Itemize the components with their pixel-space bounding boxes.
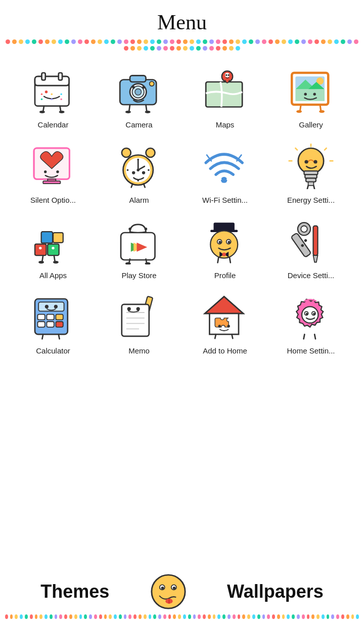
svg-point-45 — [313, 93, 316, 96]
svg-point-150 — [218, 325, 221, 327]
svg-rect-51 — [43, 181, 60, 184]
svg-point-14 — [39, 111, 45, 113]
svg-rect-133 — [47, 322, 54, 327]
menu-item-calendar[interactable]: Calendar — [10, 59, 96, 134]
svg-point-20 — [135, 89, 142, 96]
svg-point-67 — [221, 177, 228, 184]
menu-item-allapps[interactable]: All Apps — [10, 209, 96, 285]
svg-point-7 — [51, 94, 53, 96]
themes-button[interactable]: Themes — [40, 581, 109, 602]
menu-item-calculator[interactable]: Calculator — [10, 285, 96, 360]
addtohome-label: Add to Home — [203, 346, 247, 355]
svg-point-32 — [228, 74, 230, 76]
menu-item-silent[interactable]: Silent Optio... — [10, 134, 96, 209]
svg-line-149 — [232, 334, 233, 338]
svg-point-49 — [56, 170, 59, 173]
svg-line-12 — [43, 106, 44, 112]
svg-point-21 — [150, 81, 154, 86]
svg-point-127 — [45, 305, 49, 308]
svg-point-10 — [51, 98, 53, 100]
svg-point-162 — [161, 587, 164, 590]
svg-line-41 — [320, 105, 321, 111]
svg-point-94 — [38, 261, 44, 263]
menu-item-alarm[interactable]: Alarm — [96, 134, 182, 209]
maps-label: Maps — [216, 120, 235, 129]
svg-rect-132 — [37, 322, 44, 327]
svg-point-77 — [313, 160, 317, 163]
menu-grid: Calendar — [0, 54, 364, 365]
svg-point-44 — [304, 93, 307, 96]
svg-point-48 — [44, 170, 47, 173]
svg-rect-83 — [308, 182, 314, 186]
alarm-icon — [114, 141, 164, 192]
menu-item-playstore[interactable]: Play Store — [96, 209, 182, 285]
energy-label: Energy Setti... — [287, 196, 335, 204]
svg-point-70 — [219, 178, 222, 181]
svg-line-148 — [215, 334, 216, 338]
svg-point-53 — [146, 148, 155, 157]
menu-item-profile[interactable]: Profile — [182, 209, 268, 285]
svg-line-93 — [54, 255, 55, 261]
svg-rect-139 — [122, 304, 149, 336]
menu-item-homesettings[interactable]: Home Settin... — [268, 285, 354, 360]
memo-icon — [114, 292, 164, 342]
menu-item-wifi[interactable]: Wi-Fi Settin... — [182, 134, 268, 209]
svg-line-79 — [295, 148, 297, 150]
addtohome-icon — [200, 292, 250, 342]
svg-point-145 — [136, 307, 140, 310]
top-dot-border — [0, 36, 364, 54]
menu-item-devicesettings[interactable]: Device Setti... — [268, 209, 354, 285]
menu-item-maps[interactable]: Maps — [182, 59, 268, 134]
svg-point-114 — [218, 241, 221, 243]
svg-point-95 — [53, 261, 59, 263]
svg-point-105 — [145, 262, 151, 265]
svg-point-22 — [132, 86, 135, 88]
svg-marker-122 — [313, 255, 318, 262]
svg-rect-17 — [130, 75, 146, 82]
svg-line-158 — [314, 334, 315, 339]
calendar-icon — [28, 66, 78, 116]
profile-icon — [200, 216, 250, 267]
svg-line-85 — [313, 186, 314, 189]
svg-point-111 — [222, 253, 226, 256]
svg-point-8 — [60, 94, 62, 96]
svg-point-15 — [59, 111, 65, 113]
allapps-icon — [28, 216, 78, 267]
page-title: Menu — [0, 0, 364, 36]
menu-item-gallery[interactable]: Gallery — [268, 59, 354, 134]
energy-icon — [286, 141, 336, 192]
homesettings-icon — [286, 292, 336, 342]
svg-rect-134 — [56, 322, 63, 327]
svg-point-63 — [132, 171, 135, 174]
devicesettings-icon — [286, 216, 336, 267]
menu-item-camera[interactable]: Camera — [96, 59, 182, 134]
svg-rect-75 — [306, 178, 316, 182]
camera-icon — [114, 66, 164, 116]
homesettings-label: Home Settin... — [287, 346, 335, 355]
svg-point-9 — [41, 98, 43, 100]
allapps-label: All Apps — [39, 271, 67, 280]
svg-point-100 — [128, 228, 131, 230]
svg-rect-121 — [313, 226, 318, 256]
svg-line-25 — [146, 105, 147, 112]
svg-point-52 — [122, 148, 131, 157]
maps-icon — [200, 66, 250, 116]
devicesettings-label: Device Setti... — [288, 271, 335, 280]
svg-rect-86 — [35, 244, 47, 256]
svg-line-157 — [304, 334, 305, 339]
svg-point-27 — [145, 111, 151, 113]
wifi-icon — [200, 141, 250, 192]
wallpapers-button[interactable]: Wallpapers — [227, 581, 324, 602]
menu-item-energy[interactable]: Energy Setti... — [268, 134, 354, 209]
calculator-label: Calculator — [36, 346, 70, 355]
svg-rect-130 — [47, 315, 54, 320]
svg-line-81 — [325, 148, 327, 150]
svg-line-40 — [300, 105, 301, 111]
svg-rect-129 — [37, 315, 44, 320]
svg-point-11 — [60, 98, 62, 100]
svg-rect-106 — [214, 223, 235, 231]
menu-item-memo[interactable]: Memo — [96, 285, 182, 360]
menu-item-addtohome[interactable]: Add to Home — [182, 285, 268, 360]
svg-line-135 — [42, 334, 43, 339]
gallery-icon — [286, 66, 336, 116]
